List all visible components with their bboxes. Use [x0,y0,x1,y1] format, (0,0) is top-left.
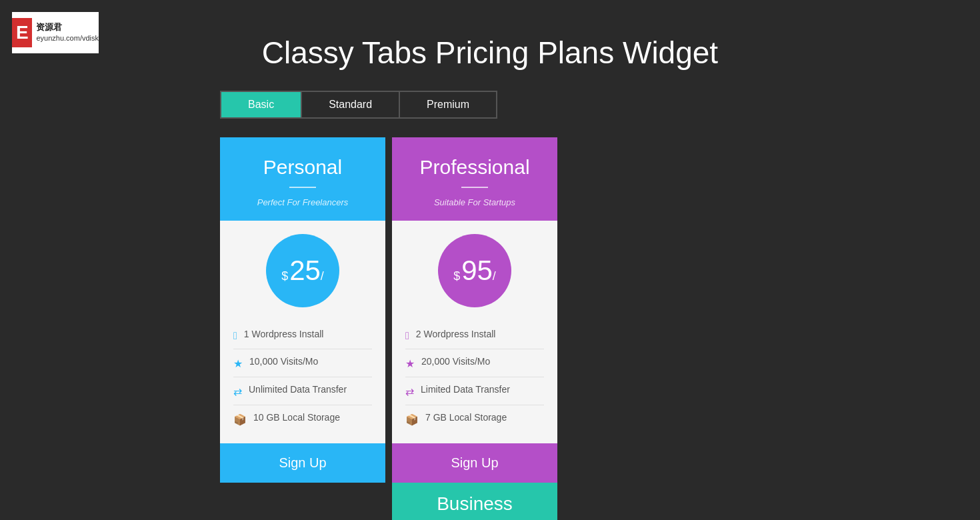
page-title: Classy Tabs Pricing Plans Widget [0,0,980,91]
business-partial-header: Business [392,483,557,520]
tab-basic[interactable]: Basic [221,92,302,117]
professional-features:  2 Wordpress Install ★ 20,000 Visits/Mo… [392,314,557,443]
tab-standard[interactable]: Standard [302,92,400,117]
tab-premium[interactable]: Premium [400,92,496,117]
professional-feature-storage: 📦 7 GB Local Storage [405,405,544,433]
professional-feature-visits: ★ 20,000 Visits/Mo [405,349,544,377]
wordpress-icon:  [233,330,237,342]
personal-signup-button[interactable]: Sign Up [220,443,385,483]
professional-feature-transfer: ⇄ Limited Data Transfer [405,377,544,405]
logo: E 资源君 eyunzhu.com/vdisk [12,12,99,53]
storage-icon-pro: 📦 [405,413,419,426]
personal-feature-storage-text: 10 GB Local Storage [253,412,340,423]
professional-feature-transfer-text: Limited Data Transfer [421,384,510,395]
logo-brand: 资源君 [36,22,99,33]
professional-signup-button[interactable]: Sign Up [392,443,557,483]
professional-feature-wp:  2 Wordpress Install [405,322,544,349]
plans-area: Personal Perfect For Freelancers $ 25 / … [0,137,980,520]
personal-plan-name: Personal [233,156,372,179]
card-professional: Professional Suitable For Startups $ 95 … [392,137,557,520]
professional-price-area: $ 95 / [392,221,557,314]
professional-dollar: $ [453,269,460,283]
personal-divider [289,187,316,188]
personal-subtitle: Perfect For Freelancers [233,197,372,207]
business-name: Business [405,493,544,515]
tabs-container: Basic Standard Premium [220,91,497,119]
personal-dollar: $ [281,269,288,283]
professional-feature-wp-text: 2 Wordpress Install [416,329,496,339]
personal-header: Personal Perfect For Freelancers [220,137,385,221]
personal-feature-transfer: ⇄ Unlimited Data Transfer [233,377,372,405]
professional-price-circle: $ 95 / [438,234,511,307]
transfer-icon-pro: ⇄ [405,385,414,398]
personal-feature-storage: 📦 10 GB Local Storage [233,405,372,433]
professional-divider [461,187,488,188]
professional-feature-storage-text: 7 GB Local Storage [425,412,507,423]
personal-amount: 25 [289,257,321,285]
personal-feature-visits: ★ 10,000 Visits/Mo [233,349,372,377]
star-icon: ★ [233,357,243,370]
professional-header: Professional Suitable For Startups [392,137,557,221]
professional-feature-visits-text: 20,000 Visits/Mo [421,356,490,367]
personal-feature-visits-text: 10,000 Visits/Mo [249,356,318,367]
personal-feature-wp:  1 Wordpress Install [233,322,372,349]
professional-plan-name: Professional [405,156,544,179]
personal-per: / [321,269,324,283]
professional-per: / [493,269,496,283]
storage-icon: 📦 [233,413,247,426]
professional-amount: 95 [461,257,493,285]
professional-subtitle: Suitable For Startups [405,197,544,207]
personal-price-circle: $ 25 / [266,234,339,307]
card-personal: Personal Perfect For Freelancers $ 25 / … [220,137,385,520]
transfer-icon: ⇄ [233,385,242,398]
personal-features:  1 Wordpress Install ★ 10,000 Visits/Mo… [220,314,385,443]
personal-feature-transfer-text: Unlimited Data Transfer [249,384,347,395]
logo-url: eyunzhu.com/vdisk [36,33,99,43]
logo-letter: E [12,18,32,47]
personal-price-area: $ 25 / [220,221,385,314]
cards-row: Personal Perfect For Freelancers $ 25 / … [0,137,980,520]
personal-feature-wp-text: 1 Wordpress Install [244,329,324,339]
wordpress-icon-pro:  [405,330,409,342]
star-icon-pro: ★ [405,357,415,370]
